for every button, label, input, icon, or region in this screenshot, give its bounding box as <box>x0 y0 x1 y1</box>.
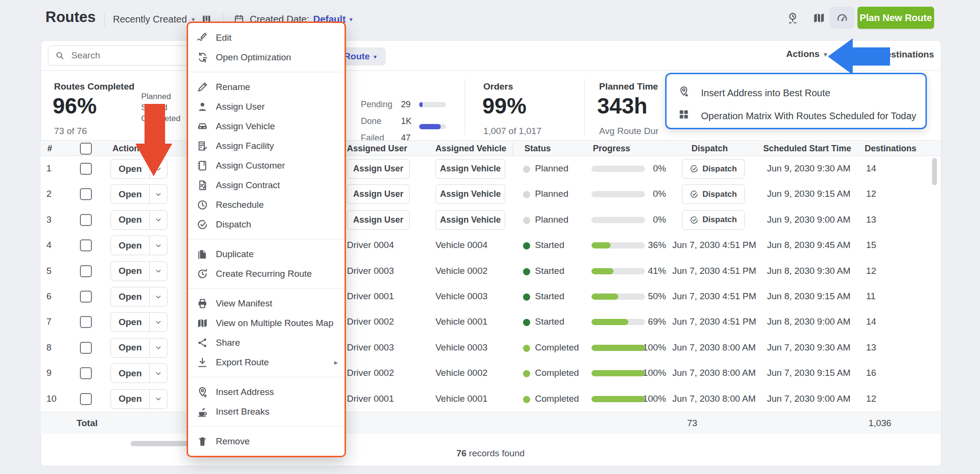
table-header: # Actions Assigned User Assigned Vehicle… <box>41 140 940 156</box>
open-button[interactable]: Open <box>111 236 167 255</box>
plan-new-route-button[interactable]: Plan New Route <box>858 7 934 29</box>
col-destinations: Destinations <box>865 144 916 154</box>
dashboard-toggle[interactable] <box>830 7 855 29</box>
open-button[interactable]: Open <box>111 389 167 409</box>
menu-item-view-manifest[interactable]: View Manifest <box>188 293 345 313</box>
menu-item-assign-facility[interactable]: Assign Facility <box>188 136 345 156</box>
assign-user-button[interactable]: Assign User <box>347 159 410 179</box>
dispatch-button[interactable]: Dispatch <box>682 210 745 230</box>
open-button[interactable]: Open <box>111 287 167 306</box>
scheduled-start-time: Jun 9, 2030 9:30 AM <box>767 163 850 174</box>
open-dropdown-toggle[interactable] <box>149 262 167 281</box>
assign-vehicle-button[interactable]: Assign Vehicle <box>435 159 505 179</box>
row-checkbox[interactable] <box>80 342 92 354</box>
open-button[interactable]: Open <box>111 338 167 358</box>
menu-item-edit[interactable]: Edit <box>188 28 345 47</box>
sort-dropdown[interactable]: Recently Created ▾ <box>113 14 195 25</box>
open-dropdown-toggle[interactable] <box>149 236 167 255</box>
menu-item-label: Assign Vehicle <box>216 121 275 132</box>
row-checkbox[interactable] <box>80 214 92 226</box>
menu-item-open-optimization[interactable]: Open Optimization <box>188 47 345 67</box>
actions-label: Actions <box>786 49 820 59</box>
menu-item-assign-user[interactable]: Assign User <box>188 97 345 116</box>
menu-item-reschedule[interactable]: Reschedule <box>188 195 345 214</box>
assigned-vehicle: Vehicle 0003 <box>435 291 488 302</box>
menu-item-remove[interactable]: Remove <box>188 431 345 451</box>
row-checkbox[interactable] <box>80 239 92 251</box>
destinations-count: 12 <box>866 266 876 276</box>
destinations-count: 12 <box>866 189 876 199</box>
chevron-down-icon <box>155 267 162 275</box>
assign-user-button[interactable]: Assign User <box>347 184 410 204</box>
row-checkbox[interactable] <box>80 188 92 200</box>
row-checkbox[interactable] <box>80 367 92 379</box>
open-dropdown-toggle[interactable] <box>149 390 167 408</box>
assign-vehicle-button[interactable]: Assign Vehicle <box>435 184 505 204</box>
dispatch-button-label: Dispatch <box>702 164 737 174</box>
vertical-scrollbar[interactable] <box>932 158 937 185</box>
open-dropdown-toggle[interactable] <box>149 364 167 383</box>
open-dropdown-toggle[interactable] <box>149 339 167 357</box>
menu-item-rename[interactable]: Rename <box>188 77 345 97</box>
assigned-user: Driver 0003 <box>347 342 394 353</box>
dispatch-button[interactable]: Dispatch <box>682 184 745 204</box>
assign-user-button[interactable]: Assign User <box>347 210 410 230</box>
open-dropdown-toggle[interactable] <box>149 185 167 203</box>
map-view-icon[interactable] <box>813 11 825 24</box>
menu-item-label: Open Optimization <box>216 52 291 63</box>
callout-item[interactable]: Operation Matrix With Routes Scheduled f… <box>701 111 916 122</box>
menu-item-assign-vehicle[interactable]: Assign Vehicle <box>188 116 345 136</box>
status-dot-planned <box>523 191 530 198</box>
row-checkbox[interactable] <box>80 393 92 405</box>
breakdown-bar-fill <box>419 102 423 107</box>
menu-group: View ManifestView on Multiple Routes Map… <box>188 288 345 377</box>
select-all-checkbox[interactable] <box>80 143 92 155</box>
menu-item-assign-customer[interactable]: Assign Customer <box>188 156 345 175</box>
assign-vehicle-button[interactable]: Assign Vehicle <box>435 210 505 230</box>
row-number: 1 <box>46 163 52 174</box>
open-dropdown-toggle[interactable] <box>149 287 167 306</box>
pencil-icon <box>197 81 208 93</box>
menu-item-duplicate[interactable]: Duplicate <box>188 244 345 264</box>
dispatch-button[interactable]: Dispatch <box>682 159 745 179</box>
open-button[interactable]: Open <box>111 184 167 204</box>
track-time-icon[interactable] <box>786 11 799 24</box>
open-dropdown-toggle[interactable] <box>149 313 167 331</box>
row-checkbox[interactable] <box>80 265 92 277</box>
menu-item-assign-contract[interactable]: Assign Contract <box>188 175 345 195</box>
row-checkbox[interactable] <box>80 316 92 328</box>
open-dropdown-toggle[interactable] <box>149 211 167 229</box>
breakdown-bar-fill <box>419 124 441 129</box>
assigned-user: Driver 0002 <box>347 316 394 327</box>
open-button[interactable]: Open <box>111 312 167 332</box>
menu-item-create-recurring-route[interactable]: Create Recurring Route <box>188 264 345 283</box>
dispatch-button-label: Dispatch <box>702 190 737 199</box>
actions-dropdown[interactable]: Actions ▾ <box>786 49 827 59</box>
menu-item-insert-breaks[interactable]: Insert Breaks <box>188 402 345 421</box>
pin-plus-icon <box>197 386 208 398</box>
records-text: records found <box>467 448 524 458</box>
callout-item[interactable]: Insert Address into Best Route <box>701 88 830 99</box>
status-dot-completed <box>523 396 530 403</box>
status-dot-started <box>523 293 530 301</box>
menu-item-view-on-multiple-routes-map[interactable]: View on Multiple Routes Map <box>188 313 345 333</box>
chevron-down-icon: ▾ <box>349 16 353 23</box>
menu-item-insert-address[interactable]: Insert Address <box>188 382 345 402</box>
menu-item-label: Dispatch <box>216 219 251 230</box>
open-button[interactable]: Open <box>111 210 167 230</box>
row-checkbox[interactable] <box>80 163 92 175</box>
table-row: 2OpenAssign UserAssign VehiclePlanned0%D… <box>41 181 940 207</box>
status-label: Started <box>535 316 564 327</box>
status-label: Started <box>535 291 564 302</box>
open-button[interactable]: Open <box>111 363 167 383</box>
menu-item-share[interactable]: Share <box>188 333 345 352</box>
menu-item-export-route[interactable]: Export Route▸ <box>188 352 345 372</box>
destinations-count: 14 <box>866 316 876 327</box>
menu-item-dispatch[interactable]: Dispatch <box>188 214 345 234</box>
menu-item-label: Insert Breaks <box>216 406 269 417</box>
user-icon <box>197 101 208 113</box>
row-checkbox[interactable] <box>80 291 92 303</box>
open-button[interactable]: Open <box>111 261 167 281</box>
assigned-user: Driver 0004 <box>347 240 394 250</box>
menu-item-label: View on Multiple Routes Map <box>216 318 334 328</box>
